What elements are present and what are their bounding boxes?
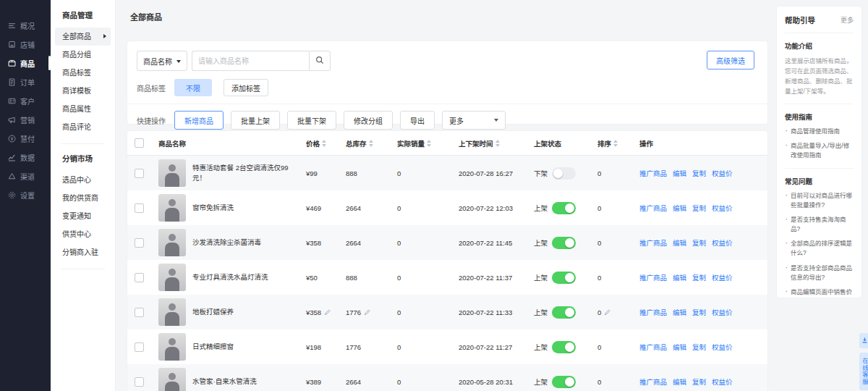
select-all-checkbox[interactable]	[135, 138, 144, 148]
help-more-link[interactable]: 更多	[841, 15, 854, 25]
status-toggle[interactable]	[552, 167, 576, 180]
row-checkbox[interactable]	[135, 273, 144, 282]
status-label: 下架	[534, 168, 548, 178]
action-link[interactable]: 编辑	[673, 377, 686, 387]
nav-item-channel[interactable]: 渠道	[0, 167, 51, 185]
action-link[interactable]: 推广商品	[639, 377, 667, 387]
status-toggle[interactable]	[552, 202, 576, 214]
action-link[interactable]: 推广商品	[639, 237, 667, 248]
help-link[interactable]: 是否支持售卖海淘商品?	[785, 215, 854, 234]
action-link[interactable]: 复制	[692, 237, 706, 248]
status-toggle[interactable]	[552, 272, 576, 284]
advanced-filter-button[interactable]: 高级筛选	[707, 51, 754, 70]
action-link[interactable]: 复制	[692, 168, 706, 178]
sort-icon[interactable]	[613, 140, 618, 147]
action-link[interactable]: 复制	[692, 377, 706, 387]
action-link[interactable]: 推广商品	[639, 168, 667, 178]
nav-item-goods[interactable]: 商品	[0, 54, 51, 72]
action-link[interactable]: 复制	[692, 272, 706, 282]
sidebar-item[interactable]: 我的供货商	[55, 189, 111, 207]
action-link[interactable]: 编辑	[673, 203, 686, 213]
action-link[interactable]: 复制	[692, 342, 706, 352]
action-link[interactable]: 权益价	[712, 237, 733, 248]
sidebar-item[interactable]: 全部商品	[55, 28, 111, 46]
edit-pencil-icon[interactable]	[364, 309, 370, 316]
sidebar-item[interactable]: 选品中心	[55, 171, 111, 189]
action-link[interactable]: 权益价	[712, 307, 733, 317]
row-checkbox[interactable]	[135, 377, 144, 387]
sidebar-item[interactable]: 供货中心	[55, 225, 111, 243]
shelf-time: 2020-07-22 11:27	[459, 343, 512, 351]
action-link[interactable]: 权益价	[712, 203, 733, 213]
nav-item-marketing[interactable]: 营销	[0, 110, 51, 129]
row-checkbox[interactable]	[135, 238, 144, 248]
action-link[interactable]: 推广商品	[639, 203, 667, 213]
add-tag-button[interactable]: 添加标签	[224, 79, 268, 96]
sort-icon[interactable]	[369, 140, 373, 147]
sort-icon[interactable]	[495, 140, 500, 147]
help-link[interactable]: 目前可以对商品进行哪些批量操作?	[785, 191, 854, 210]
help-link[interactable]: 商品批量导入/导出/修改使用指南	[785, 141, 854, 160]
sidebar-item[interactable]: 商品标签	[55, 64, 111, 82]
quick-button-4[interactable]: 导出	[400, 111, 435, 130]
action-link[interactable]: 编辑	[673, 272, 686, 282]
sidebar-item[interactable]: 商品属性	[55, 100, 111, 118]
nav-item-pay[interactable]: 慧付	[0, 129, 51, 148]
action-link[interactable]: 权益价	[712, 342, 733, 352]
nav-item-data[interactable]: 数据	[0, 148, 51, 167]
status-toggle[interactable]	[552, 376, 576, 388]
sort-icon[interactable]	[322, 140, 326, 147]
search-field-selector[interactable]: 商品名称	[137, 51, 187, 71]
nav-item-settings[interactable]: 设置	[0, 185, 51, 204]
edit-pencil-icon[interactable]	[604, 309, 610, 316]
action-link[interactable]: 权益价	[712, 168, 733, 178]
action-link[interactable]: 推广商品	[639, 342, 667, 352]
price: ¥469	[306, 204, 321, 212]
row-checkbox[interactable]	[135, 203, 144, 213]
status-toggle[interactable]	[552, 306, 576, 319]
more-actions-select[interactable]: 更多	[442, 111, 506, 130]
action-link[interactable]: 推广商品	[639, 272, 667, 282]
row-checkbox[interactable]	[135, 169, 144, 178]
sort-icon[interactable]	[427, 140, 431, 147]
nav-item-overview[interactable]: 概况	[0, 16, 51, 35]
status-toggle[interactable]	[552, 341, 576, 353]
edit-pencil-icon[interactable]	[324, 309, 331, 316]
action-link[interactable]: 推广商品	[639, 307, 667, 317]
action-link[interactable]: 复制	[692, 307, 706, 317]
customer-service-side-tab[interactable]: 在线客服	[859, 353, 868, 390]
nav-item-orders[interactable]: 订单	[0, 72, 51, 91]
sidebar-item[interactable]: 变更通知	[55, 207, 111, 225]
search-input[interactable]	[192, 51, 309, 71]
quick-button-1[interactable]: 批量上架	[231, 111, 280, 130]
action-link[interactable]: 编辑	[673, 168, 686, 178]
action-link[interactable]: 权益价	[712, 377, 733, 387]
action-link[interactable]: 权益价	[712, 272, 733, 282]
help-link[interactable]: 全部商品的排序逻辑是什么?	[785, 239, 854, 258]
export-side-tab[interactable]	[859, 333, 868, 348]
action-link[interactable]: 编辑	[673, 237, 686, 248]
tag-unlimited[interactable]: 不限	[174, 79, 212, 96]
search-button[interactable]	[309, 51, 331, 71]
action-link[interactable]: 编辑	[673, 342, 686, 352]
status-toggle[interactable]	[552, 237, 576, 249]
quick-button-0[interactable]: 新增商品	[174, 111, 224, 130]
row-checkbox[interactable]	[135, 308, 144, 317]
row-checkbox[interactable]	[135, 342, 144, 352]
help-link[interactable]: 商品编辑页面中销售价和市场价对应手机端商品详情页显示的字段是什么?	[785, 287, 854, 298]
chevron-down-icon	[176, 60, 181, 63]
column-header: 商品名称	[158, 138, 306, 148]
nav-item-shop[interactable]: 店铺	[0, 35, 51, 54]
divider	[61, 269, 105, 269]
help-link[interactable]: 商品管理使用指南	[785, 127, 854, 136]
sidebar-item[interactable]: 商品评论	[55, 118, 111, 136]
sidebar-item[interactable]: 商详模板	[55, 82, 111, 100]
sidebar-item[interactable]: 商品分组	[55, 46, 111, 64]
action-link[interactable]: 编辑	[673, 307, 686, 317]
help-link[interactable]: 是否支持全部商品商品信息的导出?	[785, 264, 854, 282]
action-link[interactable]: 复制	[692, 203, 706, 213]
quick-button-2[interactable]: 批量下架	[287, 111, 336, 130]
sidebar-item[interactable]: 分销商入驻	[55, 243, 111, 261]
quick-button-3[interactable]: 修改分组	[344, 111, 393, 130]
nav-item-customers[interactable]: 客户	[0, 91, 51, 110]
